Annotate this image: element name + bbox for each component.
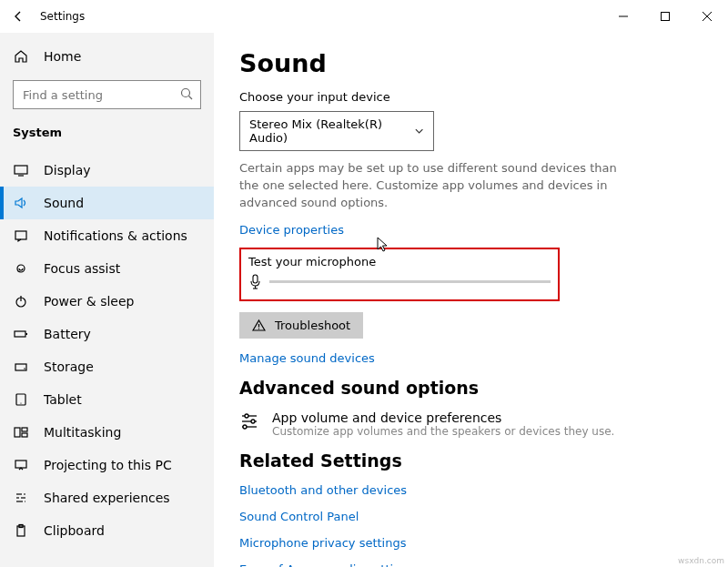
display-icon: [13, 163, 29, 177]
sidebar-item-display[interactable]: Display: [0, 154, 214, 187]
svg-point-4: [182, 89, 190, 97]
svg-rect-29: [253, 275, 258, 283]
sidebar-item-label: Power & sleep: [44, 294, 134, 309]
minimize-button[interactable]: [602, 3, 644, 30]
sidebar-item-projecting[interactable]: Projecting to this PC: [0, 449, 214, 481]
window-controls: [602, 3, 728, 30]
sidebar-item-shared[interactable]: Shared experiences: [0, 481, 214, 514]
app-volume-title: App volume and device preferences: [272, 410, 614, 425]
app-volume-preferences[interactable]: App volume and device preferences Custom…: [239, 410, 703, 438]
device-properties-link[interactable]: Device properties: [239, 223, 703, 237]
sound-icon: [13, 196, 29, 210]
sidebar-group-label: System: [0, 122, 214, 154]
shared-icon: [13, 491, 29, 505]
sidebar-item-label: Display: [44, 163, 91, 177]
svg-rect-11: [15, 331, 25, 337]
app-volume-subtitle: Customize app volumes and the speakers o…: [272, 425, 614, 438]
related-link-ease-access[interactable]: Ease of Access audio settings: [239, 562, 703, 567]
search-wrapper: [13, 80, 201, 109]
sidebar-item-multitasking[interactable]: Multitasking: [0, 416, 214, 449]
tablet-icon: [13, 392, 29, 407]
back-arrow-icon: [11, 9, 25, 24]
svg-point-33: [258, 328, 259, 329]
microphone-level-bar: [269, 280, 551, 283]
sidebar-item-label: Battery: [44, 327, 91, 341]
svg-rect-18: [22, 428, 27, 431]
close-icon: [703, 12, 712, 21]
svg-rect-8: [15, 231, 26, 239]
svg-rect-20: [15, 461, 26, 468]
sidebar-item-power[interactable]: Power & sleep: [0, 285, 214, 318]
sidebar-item-focus-assist[interactable]: Focus assist: [0, 252, 214, 285]
sidebar-item-label: Sound: [44, 196, 84, 210]
svg-point-16: [20, 402, 21, 403]
svg-point-39: [243, 425, 247, 429]
title-bar: Settings: [0, 0, 728, 33]
sidebar-item-clipboard[interactable]: Clipboard: [0, 514, 214, 547]
sidebar-item-notifications[interactable]: Notifications & actions: [0, 219, 214, 252]
svg-rect-17: [15, 428, 20, 437]
svg-point-35: [245, 414, 248, 418]
home-icon: [13, 49, 29, 64]
sidebar-item-tablet[interactable]: Tablet: [0, 383, 214, 416]
storage-icon: [13, 359, 29, 374]
content-pane: Sound Choose your input device Stereo Mi…: [214, 33, 728, 567]
warning-icon: [252, 319, 266, 332]
sidebar-item-label: Storage: [44, 359, 94, 374]
manage-devices-link[interactable]: Manage sound devices: [239, 351, 703, 365]
input-device-value: Stereo Mix (Realtek(R) Audio): [249, 117, 414, 145]
related-links: Bluetooth and other devices Sound Contro…: [239, 483, 703, 567]
svg-line-5: [189, 96, 193, 100]
sidebar-item-label: Clipboard: [44, 523, 105, 538]
test-microphone-box: Test your microphone: [239, 248, 560, 301]
sidebar-item-battery[interactable]: Battery: [0, 318, 214, 350]
maximize-button[interactable]: [644, 3, 686, 30]
svg-rect-12: [26, 333, 28, 335]
sidebar-item-label: Notifications & actions: [44, 228, 187, 243]
watermark: wsxdn.com: [678, 556, 724, 565]
sidebar-item-label: Focus assist: [44, 261, 120, 276]
related-link-bluetooth[interactable]: Bluetooth and other devices: [239, 483, 703, 497]
clipboard-icon: [13, 523, 29, 538]
focus-icon: [13, 261, 29, 276]
minimize-icon: [619, 12, 628, 21]
multitasking-icon: [13, 425, 29, 440]
related-link-mic-privacy[interactable]: Microphone privacy settings: [239, 536, 703, 550]
close-button[interactable]: [686, 3, 728, 30]
search-icon: [179, 86, 194, 105]
maximize-icon: [661, 12, 670, 21]
sliders-icon: [239, 410, 259, 430]
power-icon: [13, 294, 29, 309]
input-device-dropdown[interactable]: Stereo Mix (Realtek(R) Audio): [239, 111, 434, 151]
microphone-icon: [248, 274, 262, 290]
sidebar-item-label: Shared experiences: [44, 491, 170, 505]
svg-rect-6: [15, 166, 27, 174]
sidebar-home-label: Home: [44, 49, 81, 64]
projecting-icon: [13, 458, 29, 472]
related-heading: Related Settings: [239, 451, 703, 471]
notifications-icon: [13, 228, 29, 243]
sidebar-home[interactable]: Home: [0, 40, 214, 73]
sidebar-item-label: Multitasking: [44, 425, 121, 440]
chevron-down-icon: [414, 126, 424, 137]
sidebar-item-sound[interactable]: Sound: [0, 187, 214, 219]
troubleshoot-button[interactable]: Troubleshoot: [239, 312, 363, 339]
svg-point-37: [251, 420, 255, 423]
window-title: Settings: [40, 10, 85, 23]
related-link-sound-control[interactable]: Sound Control Panel: [239, 510, 703, 523]
svg-rect-19: [22, 433, 27, 437]
svg-point-14: [24, 368, 25, 370]
back-button[interactable]: [0, 0, 36, 33]
sidebar-item-storage[interactable]: Storage: [0, 350, 214, 383]
search-input[interactable]: [13, 80, 201, 109]
test-microphone-label: Test your microphone: [248, 255, 551, 268]
input-device-description: Certain apps may be set up to use differ…: [239, 160, 631, 212]
input-device-label: Choose your input device: [239, 90, 703, 104]
battery-icon: [13, 327, 29, 341]
sidebar-item-label: Projecting to this PC: [44, 458, 172, 472]
svg-rect-13: [15, 364, 26, 370]
advanced-heading: Advanced sound options: [239, 378, 703, 398]
page-title: Sound: [239, 49, 703, 77]
svg-rect-1: [662, 13, 670, 21]
sidebar: Home System Display Sound Notifications …: [0, 33, 214, 567]
